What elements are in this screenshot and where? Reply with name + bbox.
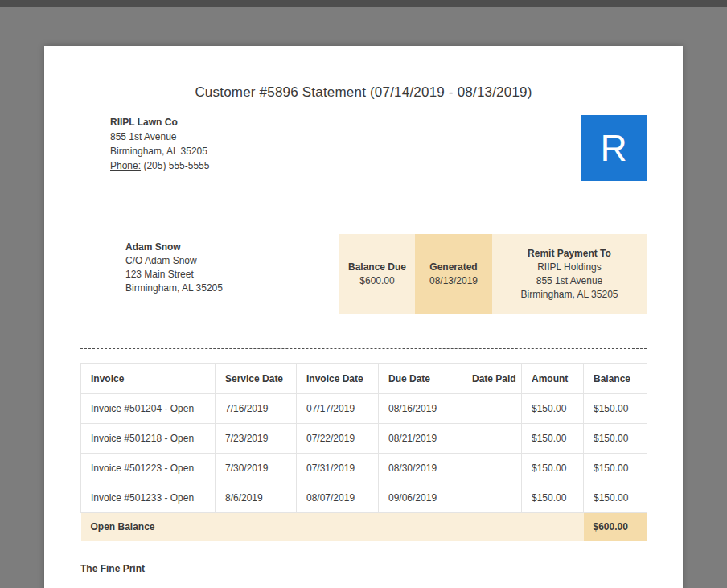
column-header: Service Date xyxy=(216,364,297,394)
open-balance-row: Open Balance $600.00 xyxy=(81,513,647,541)
table-cell: Invoice #501223 - Open xyxy=(81,454,216,483)
statement-mid-section: Adam Snow C/O Adam Snow 123 Main Street … xyxy=(80,234,647,314)
remit-address-line-2: Birmingham, AL 35205 xyxy=(521,288,618,302)
table-cell: 07/17/2019 xyxy=(297,394,379,424)
column-header: Amount xyxy=(522,364,584,394)
column-header: Date Paid xyxy=(462,364,522,394)
statement-header: RIIPL Lawn Co 855 1st Avenue Birmingham,… xyxy=(80,115,647,181)
table-row: Invoice #501218 - Open7/23/201907/22/201… xyxy=(81,424,647,454)
balance-due-label: Balance Due xyxy=(348,261,406,274)
column-header: Balance xyxy=(584,364,647,394)
table-cell xyxy=(462,424,522,454)
customer-line-3: Birmingham, AL 35205 xyxy=(125,282,223,295)
table-cell: $150.00 xyxy=(522,424,584,454)
table-cell: $150.00 xyxy=(522,394,584,424)
table-cell: 07/31/2019 xyxy=(297,454,379,483)
column-header: Invoice Date xyxy=(297,364,379,394)
column-header: Due Date xyxy=(379,364,462,394)
table-cell: Invoice #501218 - Open xyxy=(81,424,216,454)
table-cell xyxy=(462,454,522,483)
remit-label: Remit Payment To xyxy=(528,247,611,261)
table-cell: 7/30/2019 xyxy=(216,454,297,483)
table-row: Invoice #501204 - Open7/16/201907/17/201… xyxy=(81,394,647,424)
table-cell: 07/22/2019 xyxy=(297,424,379,454)
table-cell: 7/23/2019 xyxy=(216,424,297,454)
generated-cell: Generated 08/13/2019 xyxy=(415,234,492,314)
company-info: RIIPL Lawn Co 855 1st Avenue Birmingham,… xyxy=(110,115,209,173)
table-cell: $150.00 xyxy=(522,454,584,483)
customer-name: Adam Snow xyxy=(125,241,223,254)
table-cell: $150.00 xyxy=(584,483,647,513)
customer-line-2: 123 Main Street xyxy=(125,268,223,282)
company-address-line-1: 855 1st Avenue xyxy=(110,130,209,144)
statement-page: Customer #5896 Statement (07/14/2019 - 0… xyxy=(44,46,683,588)
invoice-table: InvoiceService DateInvoice DateDue DateD… xyxy=(80,363,647,541)
table-cell: Invoice #501233 - Open xyxy=(81,483,216,513)
table-row: Invoice #501233 - Open8/6/201908/07/2019… xyxy=(81,483,647,513)
table-row: Invoice #501223 - Open7/30/201907/31/201… xyxy=(81,454,647,483)
invoice-table-body: Invoice #501204 - Open7/16/201907/17/201… xyxy=(81,394,647,513)
dashed-divider xyxy=(80,348,647,349)
table-cell xyxy=(462,483,522,513)
logo-letter: R xyxy=(600,126,626,170)
company-address-line-2: Birmingham, AL 35205 xyxy=(110,144,209,158)
customer-line-1: C/O Adam Snow xyxy=(125,254,223,268)
open-balance-label: Open Balance xyxy=(81,513,584,541)
invoice-table-header-row: InvoiceService DateInvoice DateDue DateD… xyxy=(81,364,647,394)
viewer-top-bar xyxy=(0,0,727,7)
generated-label: Generated xyxy=(429,261,477,274)
phone-number: (205) 555-5555 xyxy=(143,160,209,171)
balance-due-value: $600.00 xyxy=(359,274,394,288)
remit-name: RIIPL Holdings xyxy=(537,261,602,274)
table-cell: 08/16/2019 xyxy=(379,394,462,424)
statement-title: Customer #5896 Statement (07/14/2019 - 0… xyxy=(80,84,647,101)
company-logo: R xyxy=(581,115,647,181)
open-balance-value: $600.00 xyxy=(584,513,647,541)
balance-due-cell: Balance Due $600.00 xyxy=(339,234,415,314)
column-header: Invoice xyxy=(81,364,216,394)
table-cell: 08/07/2019 xyxy=(297,483,379,513)
phone-label: Phone: xyxy=(110,160,141,171)
generated-value: 08/13/2019 xyxy=(429,274,478,288)
table-cell: $150.00 xyxy=(584,454,647,483)
remit-payment-cell: Remit Payment To RIIPL Holdings 855 1st … xyxy=(492,234,647,314)
summary-panel: Balance Due $600.00 Generated 08/13/2019… xyxy=(339,234,647,314)
document-viewer: Customer #5896 Statement (07/14/2019 - 0… xyxy=(0,0,727,588)
table-cell: $150.00 xyxy=(584,424,647,454)
table-cell: 7/16/2019 xyxy=(216,394,297,424)
table-cell: $150.00 xyxy=(584,394,647,424)
company-phone-line: Phone: (205) 555-5555 xyxy=(110,158,209,173)
fine-print-title: The Fine Print xyxy=(80,563,647,574)
table-cell: 08/21/2019 xyxy=(379,424,462,454)
table-cell: 8/6/2019 xyxy=(216,483,297,513)
table-cell: 08/30/2019 xyxy=(379,454,462,483)
fine-print-section: The Fine Print Thank you for your busine… xyxy=(80,563,647,588)
remit-address-line-1: 855 1st Avenue xyxy=(536,274,603,288)
customer-info: Adam Snow C/O Adam Snow 123 Main Street … xyxy=(125,241,223,295)
table-cell: Invoice #501204 - Open xyxy=(81,394,216,424)
company-name: RIIPL Lawn Co xyxy=(110,115,209,130)
table-cell: $150.00 xyxy=(522,483,584,513)
table-cell: 09/06/2019 xyxy=(379,483,462,513)
table-cell xyxy=(462,394,522,424)
